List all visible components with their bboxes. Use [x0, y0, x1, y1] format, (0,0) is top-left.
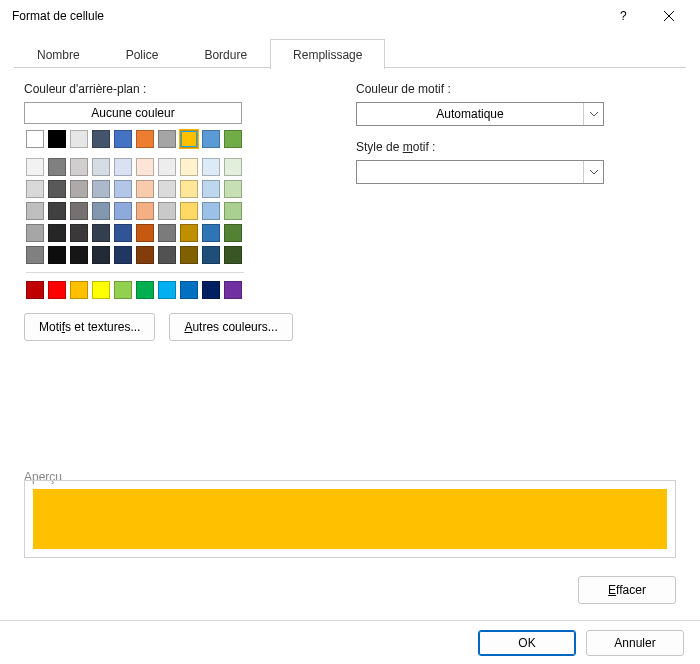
- no-color-label: Aucune couleur: [91, 106, 174, 120]
- tab-border[interactable]: Bordure: [181, 39, 270, 69]
- color-swatch[interactable]: [136, 224, 154, 242]
- color-swatch[interactable]: [70, 158, 88, 176]
- color-swatch[interactable]: [48, 224, 66, 242]
- color-swatch[interactable]: [48, 246, 66, 264]
- color-swatch[interactable]: [158, 202, 176, 220]
- color-swatch[interactable]: [114, 281, 132, 299]
- color-swatch[interactable]: [48, 158, 66, 176]
- dialog-footer: OK Annuler: [0, 620, 700, 664]
- help-button[interactable]: ?: [600, 0, 646, 32]
- color-swatch[interactable]: [136, 130, 154, 148]
- color-swatch[interactable]: [158, 224, 176, 242]
- color-swatch[interactable]: [70, 281, 88, 299]
- standard-colors-row: [24, 279, 249, 301]
- close-button[interactable]: [646, 0, 692, 32]
- color-swatch[interactable]: [92, 202, 110, 220]
- color-swatch[interactable]: [70, 180, 88, 198]
- color-swatch[interactable]: [202, 224, 220, 242]
- color-swatch[interactable]: [26, 281, 44, 299]
- color-swatch[interactable]: [114, 202, 132, 220]
- color-swatch[interactable]: [114, 180, 132, 198]
- color-swatch[interactable]: [48, 130, 66, 148]
- color-swatch[interactable]: [180, 224, 198, 242]
- color-swatch[interactable]: [26, 180, 44, 198]
- tab-number[interactable]: Nombre: [14, 39, 103, 69]
- color-swatch[interactable]: [48, 202, 66, 220]
- color-swatch[interactable]: [158, 158, 176, 176]
- color-swatch[interactable]: [114, 224, 132, 242]
- color-swatch[interactable]: [92, 281, 110, 299]
- color-swatch[interactable]: [180, 246, 198, 264]
- color-swatch[interactable]: [136, 281, 154, 299]
- cancel-button[interactable]: Annuler: [586, 630, 684, 656]
- color-swatch[interactable]: [26, 224, 44, 242]
- color-swatch[interactable]: [26, 130, 44, 148]
- separator: [26, 272, 244, 273]
- more-colors-button[interactable]: Autres couleurs...: [169, 313, 292, 341]
- color-swatch[interactable]: [70, 130, 88, 148]
- cancel-label: Annuler: [614, 636, 655, 650]
- ok-button[interactable]: OK: [478, 630, 576, 656]
- color-swatch[interactable]: [202, 246, 220, 264]
- color-swatch[interactable]: [26, 202, 44, 220]
- color-swatch[interactable]: [158, 130, 176, 148]
- color-swatch[interactable]: [224, 130, 242, 148]
- color-swatch[interactable]: [224, 180, 242, 198]
- color-swatch[interactable]: [224, 281, 242, 299]
- color-swatch[interactable]: [136, 158, 154, 176]
- color-swatch[interactable]: [202, 158, 220, 176]
- ok-label: OK: [518, 636, 535, 650]
- color-swatch[interactable]: [180, 281, 198, 299]
- color-swatch[interactable]: [202, 130, 220, 148]
- color-swatch[interactable]: [180, 202, 198, 220]
- color-swatch[interactable]: [114, 130, 132, 148]
- tab-bar: Nombre Police Bordure Remplissage: [14, 38, 686, 68]
- color-swatch[interactable]: [224, 224, 242, 242]
- color-swatch[interactable]: [114, 158, 132, 176]
- tab-fill[interactable]: Remplissage: [270, 39, 385, 69]
- color-swatch[interactable]: [92, 180, 110, 198]
- color-swatch[interactable]: [158, 180, 176, 198]
- color-swatch[interactable]: [92, 158, 110, 176]
- color-swatch[interactable]: [224, 202, 242, 220]
- color-swatch[interactable]: [70, 246, 88, 264]
- theme-colors-row: [24, 128, 249, 150]
- color-swatch[interactable]: [224, 158, 242, 176]
- color-swatch[interactable]: [92, 130, 110, 148]
- color-swatch[interactable]: [92, 246, 110, 264]
- fill-effects-button[interactable]: Motifs et textures...: [24, 313, 155, 341]
- pattern-style-label: Style de motif :: [356, 140, 676, 154]
- color-swatch[interactable]: [48, 281, 66, 299]
- color-swatch[interactable]: [92, 224, 110, 242]
- preview-box: [24, 480, 676, 558]
- extra-buttons-row: Motifs et textures... Autres couleurs...: [24, 313, 324, 341]
- color-swatch[interactable]: [136, 202, 154, 220]
- color-swatch[interactable]: [158, 246, 176, 264]
- pattern-color-label: Couleur de motif :: [356, 82, 676, 96]
- color-swatch[interactable]: [202, 281, 220, 299]
- clear-button[interactable]: Effacer: [578, 576, 676, 604]
- dialog-title: Format de cellule: [12, 9, 600, 23]
- color-swatch[interactable]: [70, 224, 88, 242]
- color-swatch[interactable]: [26, 158, 44, 176]
- color-swatch[interactable]: [224, 246, 242, 264]
- color-swatch[interactable]: [158, 281, 176, 299]
- color-swatch[interactable]: [26, 246, 44, 264]
- color-swatch[interactable]: [70, 202, 88, 220]
- pattern-style-select[interactable]: [356, 160, 604, 184]
- preview-fill: [33, 489, 667, 549]
- color-swatch[interactable]: [180, 158, 198, 176]
- color-swatch[interactable]: [180, 180, 198, 198]
- color-swatch[interactable]: [202, 180, 220, 198]
- color-swatch[interactable]: [136, 180, 154, 198]
- color-swatch[interactable]: [202, 202, 220, 220]
- color-swatch[interactable]: [114, 246, 132, 264]
- pattern-color-select[interactable]: Automatique: [356, 102, 604, 126]
- color-swatch[interactable]: [136, 246, 154, 264]
- color-swatch[interactable]: [48, 180, 66, 198]
- clear-label: Effacer: [608, 583, 646, 597]
- dialog-body: Couleur d'arrière-plan : Aucune couleur …: [0, 68, 700, 341]
- color-swatch[interactable]: [180, 130, 198, 148]
- tab-font[interactable]: Police: [103, 39, 182, 69]
- no-color-button[interactable]: Aucune couleur: [24, 102, 242, 124]
